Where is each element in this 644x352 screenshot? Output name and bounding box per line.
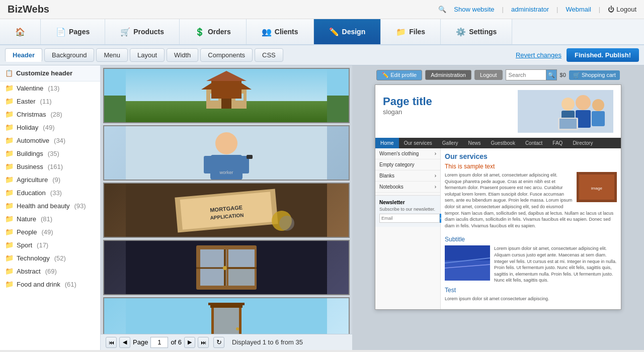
- preview-nav-services[interactable]: Our services: [399, 138, 437, 148]
- show-website-link[interactable]: Show website: [454, 6, 494, 13]
- page-number-input[interactable]: [150, 337, 168, 348]
- image-thumb-1[interactable]: [103, 68, 350, 123]
- design-icon: ✏️: [329, 27, 339, 37]
- svg-rect-9: [210, 155, 243, 180]
- administrator-link[interactable]: administrator: [511, 6, 549, 13]
- sidebar-item-people[interactable]: 📁 People (49): [0, 225, 100, 238]
- preview-nav-news[interactable]: News: [463, 138, 486, 148]
- nav-files[interactable]: 📁 Files: [381, 19, 441, 44]
- nav-pages[interactable]: 📄 Pages: [41, 19, 105, 44]
- preview-side-image: image: [577, 172, 617, 202]
- preview-sidebar-item-3[interactable]: Blanks ›: [375, 170, 440, 182]
- svg-rect-0: [126, 68, 327, 101]
- sample-text-title: This is sample text: [445, 163, 617, 170]
- preview-search-input[interactable]: [506, 69, 546, 80]
- sidebar-item-technology[interactable]: 📁 Technology (52): [0, 251, 100, 265]
- image-grid: worker MORTGAGE APPLICATION: [101, 65, 352, 334]
- preview-nav-directory[interactable]: Directory: [568, 138, 598, 148]
- worker-image: worker: [104, 126, 349, 180]
- image-thumb-3[interactable]: MORTGAGE APPLICATION: [103, 183, 350, 238]
- sidebar-item-agriculture[interactable]: 📁 Agriculture (9): [0, 173, 100, 186]
- sidebar-item-holiday[interactable]: 📁 Holiday (49): [0, 121, 100, 134]
- image-thumb-2[interactable]: worker: [103, 125, 350, 181]
- prev-page-button[interactable]: ◀: [119, 337, 130, 348]
- logout-button[interactable]: ⏻ Logout: [608, 6, 636, 13]
- folder-icon: 📁: [5, 123, 14, 131]
- sidebar-item-automotive[interactable]: 📁 Automotive (34): [0, 134, 100, 147]
- next-page-button[interactable]: ▶: [184, 337, 195, 348]
- tab-width[interactable]: Width: [167, 48, 198, 62]
- of-pages: of 6: [171, 338, 182, 346]
- navbar: 🏠 📄 Pages 🛒 Products 💲 Orders 👥 Clients …: [0, 19, 644, 45]
- preview-bottom-section: Lorem ipsum dolor sit amet, consectetuer…: [445, 245, 617, 287]
- sidebar-item-nature[interactable]: 📁 Nature (81): [0, 212, 100, 225]
- preview-logout-button[interactable]: Logout: [474, 70, 503, 80]
- nav-products[interactable]: 🛒 Products: [105, 19, 180, 44]
- sidebar-item-business[interactable]: 📁 Business (161): [0, 160, 100, 173]
- tab-header[interactable]: Header: [5, 48, 42, 62]
- svg-rect-4: [221, 98, 231, 109]
- webmail-link[interactable]: Webmail: [566, 6, 591, 13]
- sidebar-item-christmas[interactable]: 📁 Christmas (28): [0, 108, 100, 121]
- nav-design[interactable]: ✏️ Design: [314, 19, 381, 44]
- lorem-text-2: Lorem ipsum dolor sit amet, consectetuer…: [494, 245, 617, 284]
- preview-nav-home[interactable]: Home: [375, 138, 399, 148]
- topbar-right: 🔍 Show website | administrator | Webmail…: [438, 6, 636, 13]
- category-count: (69): [45, 268, 57, 275]
- sidebar-item-education[interactable]: 📁 Education (33): [0, 186, 100, 199]
- category-count: (52): [54, 254, 66, 262]
- first-page-button[interactable]: ⏮: [106, 337, 117, 348]
- publish-button[interactable]: Finished. Publish!: [567, 48, 639, 62]
- revert-changes-button[interactable]: Revert changes: [516, 51, 561, 59]
- svg-text:image: image: [591, 186, 602, 191]
- folder-icon: 📁: [5, 280, 14, 288]
- category-count: (17): [37, 241, 48, 249]
- tab-background[interactable]: Background: [44, 48, 94, 62]
- sidebar-item-buildings[interactable]: 📁 Buildings (35): [0, 147, 100, 160]
- preview-nav-contact[interactable]: Contact: [520, 138, 547, 148]
- edit-profile-button[interactable]: ✏️ Edit profile: [376, 70, 422, 80]
- newsletter-email-input[interactable]: [379, 214, 440, 223]
- image-thumb-5[interactable]: [103, 297, 350, 334]
- preview-sidebar-item-1[interactable]: Women's clothing ›: [375, 148, 440, 159]
- sidebar-item-valentine[interactable]: 📁 Valentine (13): [0, 81, 100, 95]
- nav-settings[interactable]: ⚙️ Settings: [441, 19, 512, 44]
- preview-nav-guestbook[interactable]: Guestbook: [486, 138, 520, 148]
- administration-button[interactable]: Administration: [425, 70, 471, 80]
- clients-icon: 👥: [262, 27, 272, 37]
- services-title: Our services: [445, 152, 617, 160]
- sidebar-item-abstract[interactable]: 📁 Abstract (69): [0, 265, 100, 278]
- refresh-button[interactable]: ↻: [213, 337, 224, 348]
- preview-sidebar-item-2[interactable]: Empty category: [375, 159, 440, 170]
- preview-nav-faq[interactable]: FAQ: [547, 138, 568, 148]
- nav-orders[interactable]: 💲 Orders: [180, 19, 247, 44]
- preview-panel: ✏️ Edit profile Administration Logout 🔍 …: [352, 65, 644, 350]
- preview-sidebar-item-4[interactable]: Notebooks ›: [375, 182, 440, 193]
- svg-point-40: [561, 98, 575, 111]
- category-count: (28): [51, 111, 62, 118]
- preview-site-main: Our services This is sample text image L…: [441, 148, 621, 309]
- sidebar-item-health[interactable]: 📁 Health and beauty (93): [0, 199, 100, 212]
- pagination-info: Displayed 1 to 6 from 35: [232, 338, 303, 346]
- folder-icon: 📁: [5, 228, 14, 236]
- category-label: Education: [17, 189, 46, 197]
- mortgage-image: MORTGAGE APPLICATION: [104, 183, 349, 237]
- tab-components[interactable]: Components: [200, 48, 253, 62]
- sidebar-item-easter[interactable]: 📁 Easter (11): [0, 95, 100, 108]
- last-page-button[interactable]: ⏭: [198, 337, 209, 348]
- topbar: BizWebs 🔍 Show website | administrator |…: [0, 0, 644, 19]
- preview-nav-gallery[interactable]: Gallery: [437, 138, 463, 148]
- image-thumb-4[interactable]: [103, 240, 350, 295]
- folder-icon: 📁: [5, 267, 14, 275]
- sidebar-item-sport[interactable]: 📁 Sport (17): [0, 238, 100, 251]
- tab-layout[interactable]: Layout: [130, 48, 165, 62]
- preview-cart[interactable]: 🛒 Shopping cart: [569, 70, 620, 80]
- tab-menu[interactable]: Menu: [96, 48, 128, 62]
- folder-icon: 📁: [5, 162, 14, 170]
- preview-search-button[interactable]: 🔍: [546, 69, 557, 80]
- test-title: Test: [445, 287, 617, 294]
- nav-clients[interactable]: 👥 Clients: [247, 19, 314, 44]
- sidebar-item-food[interactable]: 📁 Food and drink (61): [0, 278, 100, 291]
- tab-css[interactable]: CSS: [255, 48, 283, 62]
- nav-home[interactable]: 🏠: [0, 19, 41, 44]
